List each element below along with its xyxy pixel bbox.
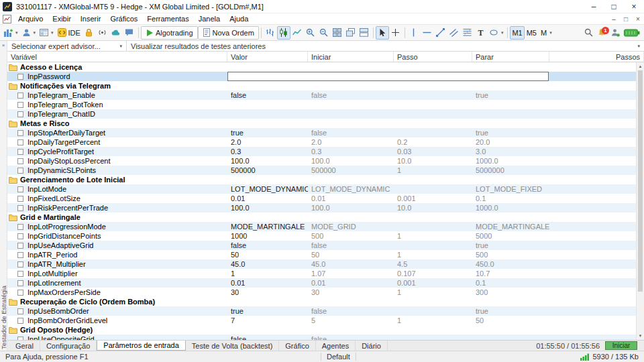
optimize-checkbox[interactable] [17, 168, 23, 174]
previous-results-select[interactable]: Visualizar resultados de testes anterior… [127, 41, 644, 51]
optimize-checkbox[interactable] [17, 93, 23, 99]
menu-exibir[interactable]: Exibir [48, 13, 76, 24]
optimize-checkbox[interactable] [17, 318, 23, 324]
tab-diario[interactable]: Diário [356, 341, 388, 351]
optimize-checkbox[interactable] [17, 290, 23, 296]
optimize-checkbox[interactable] [17, 158, 23, 164]
optimize-checkbox[interactable] [17, 111, 23, 117]
expert-advisor-select[interactable]: Selecionar expert advisor... ▾ [7, 41, 127, 51]
param-row-inpatr_multiplier[interactable]: InpATR_Multiplier45.045.04.5450.0 [7, 259, 644, 269]
metaeditor-button[interactable]: IDE [56, 26, 83, 40]
tf-more-button[interactable]: M▾ [539, 26, 554, 40]
param-row-inplotmultiplier[interactable]: InpLotMultiplier11.070.10710.7 [7, 269, 644, 278]
lock-button[interactable] [83, 26, 96, 40]
channel-button[interactable] [447, 26, 461, 40]
optimize-checkbox[interactable] [17, 139, 23, 145]
menu-janela[interactable]: Janela [194, 13, 225, 24]
param-row-inplotmode[interactable]: InpLotModeLOT_MODE_DYNAMICLOT_MODE_DYNAM… [7, 184, 644, 194]
community-button[interactable] [608, 26, 622, 40]
param-row-inplotprogressionmode[interactable]: InpLotProgressionModeMODE_MARTINGALEMODE… [7, 222, 644, 231]
optimize-checkbox[interactable] [17, 102, 23, 108]
cloud-button[interactable] [109, 26, 123, 40]
connection-button[interactable] [622, 26, 642, 40]
scroll-up-icon[interactable]: ▲ [637, 62, 644, 70]
notifications-button[interactable]: 1 [595, 26, 608, 40]
tab-geral[interactable]: Geral [9, 341, 40, 351]
group-row-gerenciamento-de-lote-inicial[interactable]: Gerenciamento de Lote Inicial [7, 175, 644, 184]
param-row-inpdailystoplosspercent[interactable]: InpDailyStopLossPercent100.0100.010.0100… [7, 156, 644, 166]
group-row-recuperacao-de-ciclo-ordem-bomba[interactable]: Recuperação de Ciclo (Ordem Bomba) [7, 297, 644, 306]
search-button[interactable] [582, 26, 595, 40]
tab-parametros-de-entrada[interactable]: Parâmetros de entrada [97, 341, 186, 351]
group-row-metas-e-risco[interactable]: Metas e Risco [7, 119, 644, 128]
tab-agentes[interactable]: Agentes [316, 341, 356, 351]
mdi-minimize-button[interactable]: – [608, 15, 620, 23]
column-header-variavel[interactable]: Variável [7, 52, 227, 62]
param-row-inpcycleprofittarget[interactable]: InpCycleProfitTarget0.30.30.033.0 [7, 147, 644, 156]
vertical-scrollbar[interactable]: ▲ ▼ [636, 62, 644, 340]
cascade-windows-button[interactable] [344, 26, 358, 40]
tf-m5-button[interactable]: M5 [525, 26, 539, 40]
menu-ferramentas[interactable]: Ferramentas [142, 13, 193, 24]
group-row-grid-e-martingale[interactable]: Grid e Martingale [7, 213, 644, 222]
minimize-button[interactable]: – [584, 0, 604, 13]
profiles-button[interactable]: ▾ [20, 26, 38, 40]
algotrading-button[interactable]: Algotrading [141, 26, 198, 40]
param-row-inpmaxordersperside[interactable]: InpMaxOrdersPerSide30301300 [7, 288, 644, 297]
close-button[interactable]: × [624, 0, 644, 13]
vertical-line-button[interactable] [407, 26, 421, 40]
optimize-checkbox[interactable] [17, 186, 23, 192]
broadcast-button[interactable] [96, 26, 109, 40]
param-value-input[interactable] [227, 72, 549, 81]
param-row-inppassword[interactable]: InpPassword [7, 72, 644, 81]
column-header-iniciar[interactable]: Iniciar [308, 52, 394, 62]
group-row-notificacoes-via-telegram[interactable]: Notificações via Telegram [7, 81, 644, 90]
optimize-checkbox[interactable] [17, 149, 23, 155]
group-row-acesso-e-licenca[interactable]: Acesso e Licença [7, 62, 644, 72]
tab-teste-de-volta-backtest[interactable]: Teste de Volta (backtest) [186, 341, 279, 351]
param-row-inpdynamicslpoints[interactable]: InpDynamicSLPoints50000050000015000000 [7, 166, 644, 175]
zoom-out-button[interactable] [317, 26, 331, 40]
optimize-checkbox[interactable] [17, 233, 23, 239]
mdi-restore-button[interactable]: □ [620, 15, 632, 23]
param-row-inpriskpercentpertrade[interactable]: InpRiskPercentPerTrade100.0100.010.01000… [7, 203, 644, 213]
optimize-checkbox[interactable] [17, 280, 23, 286]
param-row-inplotincrement[interactable]: InpLotIncrement0.010.010.0010.1 [7, 278, 644, 288]
candlestick-chart-button[interactable] [277, 26, 290, 40]
param-row-inpbombordergridlevel[interactable]: InpBombOrderGridLevel75150 [7, 316, 644, 325]
optimize-checkbox[interactable] [17, 243, 23, 249]
scroll-down-icon[interactable]: ▼ [637, 332, 644, 340]
scrollbar-track[interactable] [637, 292, 644, 332]
trendline-button[interactable] [434, 26, 447, 40]
tf-m1-button[interactable]: M1 [510, 26, 524, 40]
optimize-checkbox[interactable] [17, 224, 23, 230]
param-row-inpdailytargetpercent[interactable]: InpDailyTargetPercent2.02.00.220.0 [7, 137, 644, 147]
param-row-inpuseoppositegrid[interactable]: InpUseOppositeGridfalsefalse [7, 335, 644, 340]
shapes-button[interactable]: ▾ [488, 26, 506, 40]
param-row-inpatr_period[interactable]: InpATR_Period50501500 [7, 250, 644, 259]
param-row-inpusebomborder[interactable]: InpUseBombOrdertruefalsetrue [7, 306, 644, 316]
horizontal-line-button[interactable] [421, 26, 434, 40]
menu-graficos[interactable]: Gráficos [105, 13, 142, 24]
tile-windows-button[interactable] [331, 26, 344, 40]
line-chart-button[interactable] [290, 26, 304, 40]
optimize-checkbox[interactable] [17, 308, 23, 314]
column-header-passo[interactable]: Passo [394, 52, 472, 62]
tab-configuracao[interactable]: Configuração [40, 341, 97, 351]
optimize-checkbox[interactable] [17, 74, 23, 80]
scrollbar-thumb[interactable] [638, 70, 643, 292]
param-row-inpgriddistancepoints[interactable]: InpGridDistancePoints100050015000 [7, 231, 644, 241]
column-header-parar[interactable]: Parar [472, 52, 549, 62]
tab-grafico[interactable]: Gráfico [279, 341, 315, 351]
status-profile[interactable]: Default [321, 353, 356, 361]
fibonacci-button[interactable] [461, 26, 474, 40]
panel-caption-strip[interactable]: × Testador de Estratégia [0, 41, 7, 351]
column-header-valor[interactable]: Valor [227, 52, 308, 62]
param-row-inpstopafterdailytarget[interactable]: InpStopAfterDailyTargettruefalsetrue [7, 128, 644, 137]
maximize-button[interactable]: □ [604, 0, 624, 13]
chat-button[interactable] [123, 26, 136, 40]
menu-ajuda[interactable]: Ajuda [225, 13, 253, 24]
cursor-button[interactable] [376, 26, 389, 40]
optimize-checkbox[interactable] [17, 196, 23, 202]
split-windows-button[interactable] [358, 26, 371, 40]
